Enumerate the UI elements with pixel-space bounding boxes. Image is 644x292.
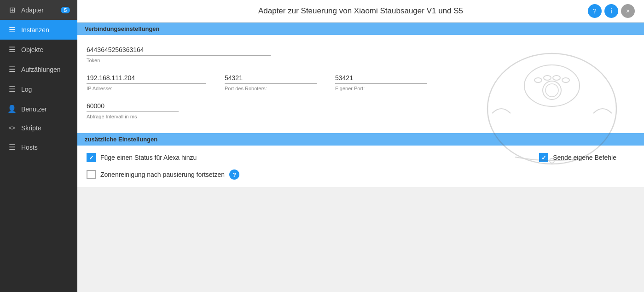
checkbox-befehle-label: Sende eigene Befehle xyxy=(553,154,616,161)
zone-help-button[interactable]: ? xyxy=(229,169,239,180)
checkbox-zone[interactable] xyxy=(87,170,96,179)
token-row: Token xyxy=(87,44,635,63)
sidebar-item-log[interactable]: ☰ Log xyxy=(0,79,77,99)
interval-input[interactable] xyxy=(87,100,179,112)
port-own-label: Eigener Port: xyxy=(335,86,427,91)
interval-row: Abfrage Intervall in ms xyxy=(87,100,635,119)
checkbox-zone-label: Zonenreinigung nach pausierung fortsetze… xyxy=(100,171,225,178)
section-verbindung-header: Verbindungseinstellungen xyxy=(77,23,644,35)
sidebar-item-label: Objekte xyxy=(21,46,70,53)
checkboxes-area: Füge einen Status für Alexa hinzu Zonenr… xyxy=(77,146,644,187)
sidebar-item-label: Instanzen xyxy=(21,26,70,34)
interval-label: Abfrage Intervall in ms xyxy=(87,114,179,119)
checkbox-befehle[interactable] xyxy=(539,153,548,162)
checkbox-alexa-label: Füge einen Status für Alexa hinzu xyxy=(100,154,197,161)
port-robot-field: Port des Roboters: xyxy=(225,72,317,91)
sidebar-item-hosts[interactable]: ☰ Hosts xyxy=(0,137,77,157)
token-input[interactable] xyxy=(87,44,271,56)
benutzer-icon: 👤 xyxy=(7,105,17,113)
hosts-icon: ☰ xyxy=(7,143,17,152)
page-title: Adapter zur Steuerung von Xiaomi Staubsa… xyxy=(258,6,463,16)
verbindung-content: Token IP Adresse: Port des Roboters: Eig… xyxy=(77,35,644,133)
ip-input[interactable] xyxy=(87,72,206,84)
sidebar-item-label: Skripte xyxy=(21,124,70,132)
checkbox-alexa[interactable] xyxy=(87,153,96,162)
log-icon: ☰ xyxy=(7,85,17,93)
sidebar-item-instanzen[interactable]: ☰ Instanzen xyxy=(0,20,77,40)
sidebar-item-skripte[interactable]: <> Skripte xyxy=(0,119,77,137)
port-robot-label: Port des Roboters: xyxy=(225,86,317,91)
main-content: Adapter zur Steuerung von Xiaomi Staubsa… xyxy=(77,0,644,292)
sidebar-item-adapter[interactable]: ⊞ Adapter 5 xyxy=(0,0,77,20)
ip-port-row: IP Adresse: Port des Roboters: Eigener P… xyxy=(87,72,635,91)
sidebar-item-benutzer[interactable]: 👤 Benutzer xyxy=(0,99,77,119)
aufzaehlungen-icon: ☰ xyxy=(7,65,17,74)
sidebar: ⊞ Adapter 5 ☰ Instanzen ☰ Objekte ☰ Aufz… xyxy=(0,0,77,292)
ip-field: IP Adresse: xyxy=(87,72,206,91)
sidebar-item-aufzaehlungen[interactable]: ☰ Aufzählungen xyxy=(0,59,77,79)
port-own-field: Eigener Port: xyxy=(335,72,427,91)
interval-field: Abfrage Intervall in ms xyxy=(87,100,179,119)
checkbox-zone-row: Zonenreinigung nach pausierung fortsetze… xyxy=(87,169,239,180)
sidebar-item-label: Hosts xyxy=(21,144,70,151)
sidebar-item-objekte[interactable]: ☰ Objekte xyxy=(0,40,77,59)
header-btn-2[interactable]: i xyxy=(604,4,618,18)
objekte-icon: ☰ xyxy=(7,45,17,54)
instanzen-icon: ☰ xyxy=(7,25,17,34)
skripte-icon: <> xyxy=(7,125,17,131)
sidebar-item-label: Adapter xyxy=(21,6,56,14)
checkbox-befehle-row: Sende eigene Befehle xyxy=(539,153,616,162)
sidebar-item-label: Benutzer xyxy=(21,105,70,113)
checkbox-alexa-row: Füge einen Status für Alexa hinzu xyxy=(87,153,239,162)
adapter-badge: 5 xyxy=(61,7,70,13)
ip-label: IP Adresse: xyxy=(87,86,206,91)
sidebar-item-label: Aufzählungen xyxy=(21,66,70,73)
header-icons: ? i × xyxy=(588,4,635,18)
header-btn-1[interactable]: ? xyxy=(588,4,602,18)
section-verbindung-label: Verbindungseinstellungen xyxy=(85,25,160,32)
adapter-icon: ⊞ xyxy=(7,6,17,14)
page-header: Adapter zur Steuerung von Xiaomi Staubsa… xyxy=(77,0,644,23)
header-btn-3[interactable]: × xyxy=(621,4,635,18)
section-zusaetzlich-label: zusätzliche Einstellungen xyxy=(85,136,157,143)
port-own-input[interactable] xyxy=(335,72,427,84)
checkboxes-right: Sende eigene Befehle xyxy=(539,153,635,180)
sidebar-item-label: Log xyxy=(21,86,70,93)
checkboxes-left: Füge einen Status für Alexa hinzu Zonenr… xyxy=(87,153,239,180)
token-field: Token xyxy=(87,44,271,63)
token-label: Token xyxy=(87,58,271,63)
section-zusaetzlich-header: zusätzliche Einstellungen xyxy=(77,133,644,146)
port-robot-input[interactable] xyxy=(225,72,317,84)
